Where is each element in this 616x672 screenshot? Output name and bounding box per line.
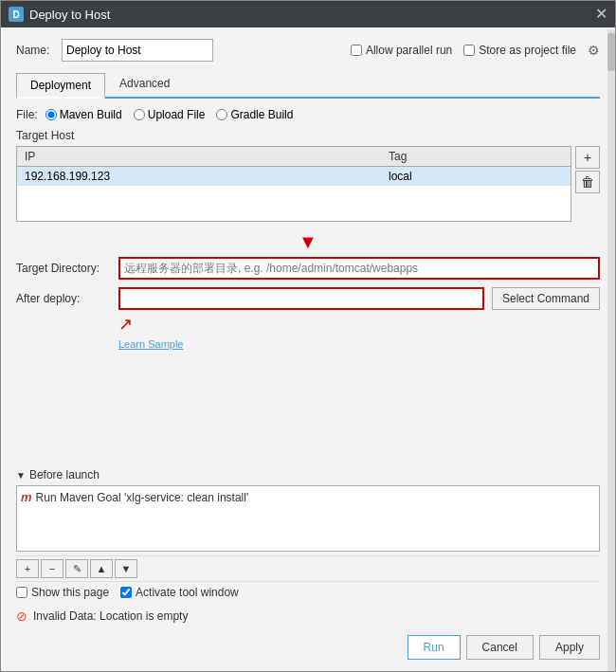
add-host-button[interactable]: + bbox=[575, 146, 600, 169]
before-launch-section: ▼ Before launch m Run Maven Goal 'xlg-se… bbox=[16, 468, 600, 581]
target-directory-row: Target Directory: bbox=[16, 257, 600, 280]
file-row: File: Maven Build Upload File Gradle Bui… bbox=[16, 108, 600, 121]
scrollbar-thumb[interactable] bbox=[607, 33, 615, 71]
name-label: Name: bbox=[16, 44, 54, 57]
target-host-label: Target Host bbox=[16, 129, 600, 142]
launch-edit-button[interactable]: ✎ bbox=[65, 559, 88, 578]
launch-toolbar: + − ✎ ▲ ▼ bbox=[16, 555, 600, 581]
bottom-checkboxes: Show this page Activate tool window bbox=[16, 581, 600, 603]
table-header: IP Tag bbox=[17, 147, 571, 167]
learn-sample-link[interactable]: Learn Sample bbox=[118, 338, 600, 350]
collapse-icon[interactable]: ▼ bbox=[16, 470, 26, 481]
name-input[interactable] bbox=[62, 39, 213, 62]
parallel-run-checkbox[interactable]: Allow parallel run bbox=[351, 44, 452, 57]
tab-deployment[interactable]: Deployment bbox=[16, 73, 105, 99]
launch-up-button[interactable]: ▲ bbox=[90, 559, 113, 578]
scrollbar[interactable] bbox=[607, 29, 615, 671]
deploy-dialog: D Deploy to Host ✕ Name: Allow parallel … bbox=[0, 0, 616, 672]
tab-advanced[interactable]: Advanced bbox=[105, 71, 184, 97]
radio-upload[interactable]: Upload File bbox=[134, 108, 206, 121]
launch-down-button[interactable]: ▼ bbox=[115, 559, 137, 578]
gear-icon[interactable]: ⚙ bbox=[588, 43, 600, 58]
name-row-options: Allow parallel run Store as project file… bbox=[351, 43, 600, 58]
store-project-checkbox[interactable]: Store as project file bbox=[463, 44, 576, 57]
launch-add-button[interactable]: + bbox=[16, 559, 39, 578]
radio-maven[interactable]: Maven Build bbox=[45, 108, 122, 121]
error-row: ⊘ Invalid Data: Location is empty bbox=[16, 608, 600, 624]
arrow-up-wrapper: ↗ bbox=[118, 314, 600, 335]
activate-tool-checkbox[interactable]: Activate tool window bbox=[120, 586, 239, 599]
host-table: IP Tag 192.168.199.123 local bbox=[16, 146, 571, 222]
tabs: Deployment Advanced bbox=[16, 71, 600, 99]
action-buttons: Run Cancel Apply bbox=[16, 631, 600, 663]
title-bar: D Deploy to Host ✕ bbox=[1, 1, 615, 27]
app-icon: D bbox=[9, 7, 24, 22]
radio-gradle[interactable]: Gradle Build bbox=[216, 108, 293, 121]
before-launch-header: ▼ Before launch bbox=[16, 468, 600, 481]
dialog-body: Name: Allow parallel run Store as projec… bbox=[1, 27, 615, 671]
col-ip: IP bbox=[17, 147, 381, 166]
window-title: Deploy to Host bbox=[29, 8, 589, 22]
after-deploy-row: After deploy: Select Command bbox=[16, 287, 600, 310]
maven-run-label: Run Maven Goal 'xlg-service: clean insta… bbox=[36, 491, 249, 504]
after-deploy-input[interactable] bbox=[118, 287, 484, 310]
close-button[interactable]: ✕ bbox=[595, 7, 607, 22]
target-dir-label: Target Directory: bbox=[16, 262, 111, 275]
maven-icon: m bbox=[21, 490, 32, 504]
host-table-wrapper: IP Tag 192.168.199.123 local + 🗑 bbox=[16, 146, 600, 222]
spacer bbox=[16, 357, 600, 461]
host-ip: 192.168.199.123 bbox=[17, 167, 381, 186]
show-page-checkbox[interactable]: Show this page bbox=[16, 586, 109, 599]
arrow-up-icon: ↗ bbox=[118, 315, 133, 334]
before-launch-box: m Run Maven Goal 'xlg-service: clean ins… bbox=[16, 485, 600, 552]
col-tag: Tag bbox=[381, 147, 571, 166]
name-row: Name: Allow parallel run Store as projec… bbox=[16, 39, 600, 62]
arrow-down-icon: ▼ bbox=[16, 231, 600, 253]
run-button[interactable]: Run bbox=[408, 635, 461, 660]
target-directory-input[interactable] bbox=[118, 257, 600, 280]
before-launch-title: Before launch bbox=[29, 468, 100, 481]
file-radio-group: Maven Build Upload File Gradle Build bbox=[45, 108, 294, 121]
list-item: m Run Maven Goal 'xlg-service: clean ins… bbox=[21, 490, 595, 504]
apply-button[interactable]: Apply bbox=[539, 635, 600, 660]
file-label: File: bbox=[16, 108, 38, 121]
table-row[interactable]: 192.168.199.123 local bbox=[17, 167, 571, 186]
error-message: Invalid Data: Location is empty bbox=[33, 609, 188, 623]
remove-host-button[interactable]: 🗑 bbox=[575, 171, 600, 193]
select-command-button[interactable]: Select Command bbox=[492, 287, 600, 310]
error-icon: ⊘ bbox=[16, 608, 27, 624]
cancel-button[interactable]: Cancel bbox=[466, 635, 534, 660]
launch-remove-button[interactable]: − bbox=[41, 559, 63, 578]
table-action-buttons: + 🗑 bbox=[575, 146, 600, 222]
after-deploy-label: After deploy: bbox=[16, 292, 111, 305]
host-tag: local bbox=[381, 167, 571, 186]
